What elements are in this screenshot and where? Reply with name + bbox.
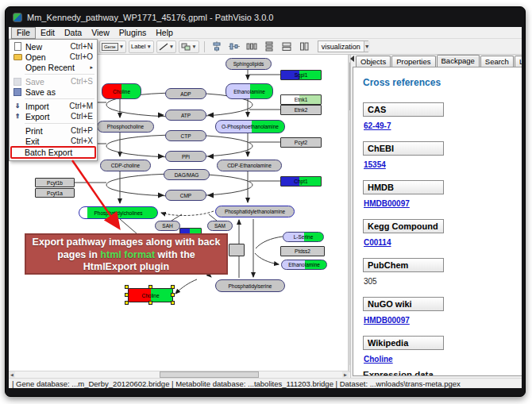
pathway-node-sphingolipids[interactable]: Sphingolipids [226,58,272,70]
sidebar-collapse-handle[interactable] [350,56,354,62]
shape-tool-button[interactable]: ▼ [179,40,199,53]
pathway-node-ppi[interactable]: PPi [165,151,206,162]
common-height-button[interactable] [297,40,312,53]
menu-plugins[interactable]: Plugins [114,27,151,38]
pathway-node-phosphocholine[interactable]: Phosphocholine [97,121,154,133]
pathway-node-ptdss2[interactable]: Ptdss2 [280,246,325,256]
file-menu-save-as[interactable]: Save as [10,87,96,97]
selection-handle[interactable] [171,285,175,289]
tab-objects[interactable]: Objects [356,56,391,67]
file-menu-open-recent[interactable]: Open Recent▸ [10,62,96,72]
selection-handle[interactable] [171,293,175,297]
right-sidebar: Objects Properties Backpage Search Legen… [350,55,522,378]
align-center-x-icon [211,41,222,52]
pathway-node-pcyt1b[interactable]: Pcyt1b [35,178,75,187]
save-as-icon [13,87,22,96]
file-menu-new[interactable]: NewCtrl+N [10,41,96,52]
file-menu-batch-export[interactable]: Batch Export [10,146,96,159]
visualization-dropdown-icon[interactable]: ▼ [364,41,370,52]
label-tool-icon: Label [131,43,145,50]
title-bar[interactable]: Mm_Kennedy_pathway_WP1771_45176.gpml - P… [6,7,525,27]
menu-help[interactable]: Help [151,27,178,38]
xref-link[interactable]: 62-49-7 [364,121,522,130]
line-tool-button[interactable]: ▼ [156,40,176,53]
save-icon [13,77,22,86]
selection-handle[interactable] [148,285,152,289]
pathway-node-choline[interactable]: Choline [102,83,141,99]
file-menu-export[interactable]: ⇑ ExportCtrl+E [10,111,96,121]
horizontal-scrollbar[interactable]: ◀ ▶ [9,371,349,378]
scroll-right-icon[interactable]: ▶ [342,371,349,378]
pathway-node-partial[interactable] [229,244,245,256]
scroll-left-icon[interactable]: ◀ [9,371,15,378]
distribute-vertical-button[interactable] [262,40,277,53]
menu-separator [25,98,94,99]
selection-handle[interactable] [125,301,129,305]
tab-backpage[interactable]: Backpage [437,55,480,67]
selection-handle[interactable] [125,285,129,289]
line-tool-icon [159,43,168,51]
menu-edit[interactable]: Edit [36,27,60,38]
xref-link[interactable]: 15354 [364,160,522,169]
file-menu-import[interactable]: ⇓ ImportCtrl+M [10,101,96,111]
xref-section-pubchem: PubChem 305 [363,252,522,286]
pathway-node-ctp[interactable]: CTP [165,130,206,141]
file-menu-save[interactable]: SaveCtrl+S [10,76,96,87]
gene-node-icon: Gene [102,43,118,51]
backpage-panel: Cross references CAS 62-49-7 ChEBI 15354… [353,67,522,376]
pathway-node-phosphatidylcholines[interactable]: Phosphatidylcholines [79,206,158,219]
pathway-node-ethanolamine[interactable]: Ethanolamine [226,83,273,99]
file-menu-open[interactable]: OpenCtrl+O [10,52,96,62]
pathway-node-cmp[interactable]: CMP [165,190,206,201]
menu-separator [25,74,94,75]
pathway-node-chpt1[interactable]: Chpt1 [280,176,322,187]
pathway-node-atp[interactable]: ATP [165,110,206,121]
xref-link[interactable]: HMDB00097 [364,316,522,325]
pathway-node-pcyt2[interactable]: Pcyt2 [280,137,322,148]
align-center-x-button[interactable] [210,40,225,53]
pathway-node-sam[interactable]: SAM [207,221,233,231]
pathway-node-ethanolamine-2[interactable]: Ethanolamine [281,260,327,270]
pathway-node-l-serine[interactable]: L-Serine [283,232,324,242]
distribute-horizontal-icon [246,41,257,52]
tab-search[interactable]: Search [480,56,514,67]
file-menu-print[interactable]: PrintCtrl+P [10,125,96,136]
xref-link[interactable]: Choline [364,355,522,364]
xref-value: 305 [364,277,522,286]
pathway-node-cdp-ethanolamine[interactable]: CDP-Ethanolamine [217,160,282,171]
pathway-node-cdp-choline[interactable]: CDP-choline [100,160,151,171]
align-center-y-button[interactable] [227,40,242,53]
label-tool-button[interactable]: Label▼ [129,40,154,53]
distribute-horizontal-button[interactable] [245,40,260,53]
pathway-node-sgpl1[interactable]: Sgpl1 [280,70,322,80]
visualization-combobox[interactable]: visualization ▼ [318,40,368,52]
menu-view[interactable]: View [87,27,114,38]
import-icon: ⇓ [13,102,22,110]
menu-data[interactable]: Data [60,27,87,38]
menu-file[interactable]: File [11,27,36,39]
open-folder-icon [13,52,22,61]
tab-legend[interactable]: Legend [515,56,522,67]
pathway-node-o-phosphoethanolamine[interactable]: O-Phosphoethanolamine [215,120,285,133]
align-center-y-icon [229,41,240,52]
file-menu-exit[interactable]: ExitCtrl+X [10,136,96,146]
export-icon: ⇑ [13,112,22,121]
selection-handle[interactable] [148,301,152,305]
xref-link[interactable]: C00114 [364,238,522,247]
horizontal-scroll-thumb[interactable] [160,371,259,378]
pathway-node-etnk1[interactable]: Etnk1 [280,94,322,105]
pathway-node-adp[interactable]: ADP [165,88,206,99]
xref-section-cas: CAS 62-49-7 [363,96,522,130]
pathway-node-pcyt1a[interactable]: Pcyt1a [35,188,75,198]
pathway-node-etnk2[interactable]: Etnk2 [280,105,322,115]
pathway-node-phosphatidylserine[interactable]: Phosphatidylserine [215,279,285,292]
pathway-node-phosphatidylethanolamine[interactable]: Phosphatidylethanolamine [215,206,295,217]
tab-properties[interactable]: Properties [391,56,435,67]
xref-link[interactable]: HMDB00097 [364,199,522,208]
pathway-node-sah[interactable]: SAH [155,221,180,231]
common-width-button[interactable] [279,40,295,53]
selection-handle[interactable] [125,293,129,297]
datanode-tool-button[interactable]: Gene▼ [99,40,126,53]
pathway-node-dag-mag[interactable]: DAG/MAG [164,169,210,180]
selection-handle[interactable] [171,301,175,305]
